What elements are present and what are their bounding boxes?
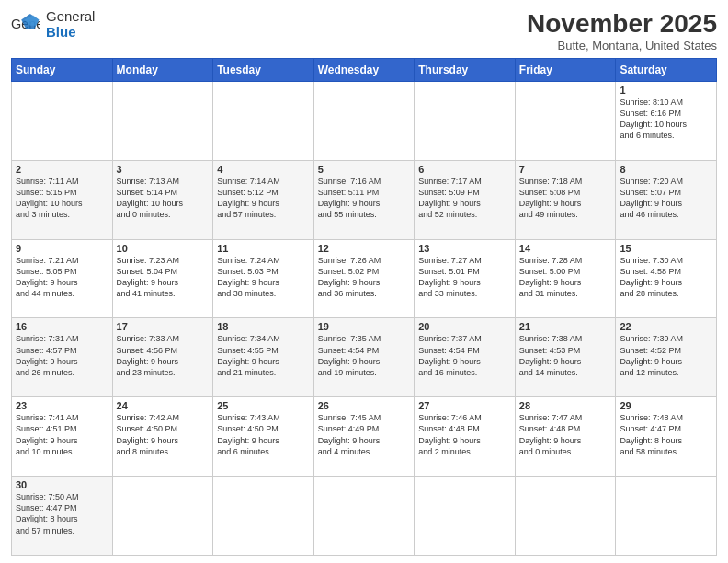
calendar-cell: [213, 477, 314, 556]
calendar-cell: 23Sunrise: 7:41 AM Sunset: 4:51 PM Dayli…: [12, 397, 113, 477]
month-title: November 2025: [527, 9, 717, 39]
week-row-5: 23Sunrise: 7:41 AM Sunset: 4:51 PM Dayli…: [12, 397, 717, 477]
day-number: 14: [519, 243, 612, 254]
day-number: 19: [318, 321, 411, 332]
calendar-cell: 14Sunrise: 7:28 AM Sunset: 5:00 PM Dayli…: [515, 239, 616, 318]
day-header-monday: Monday: [112, 59, 213, 82]
calendar-cell: 24Sunrise: 7:42 AM Sunset: 4:50 PM Dayli…: [112, 397, 213, 477]
day-info: Sunrise: 7:34 AM Sunset: 4:55 PM Dayligh…: [217, 333, 310, 378]
day-header-sunday: Sunday: [12, 59, 113, 82]
week-row-1: 1Sunrise: 8:10 AM Sunset: 6:16 PM Daylig…: [12, 82, 717, 161]
day-info: Sunrise: 7:11 AM Sunset: 5:15 PM Dayligh…: [16, 176, 108, 221]
day-header-tuesday: Tuesday: [213, 59, 314, 82]
day-number: 6: [418, 164, 511, 175]
day-info: Sunrise: 7:20 AM Sunset: 5:07 PM Dayligh…: [620, 176, 712, 221]
logo-blue: Blue: [46, 25, 95, 40]
calendar-cell: 22Sunrise: 7:39 AM Sunset: 4:52 PM Dayli…: [616, 318, 717, 397]
header: General General Blue November 2025 Butte…: [11, 9, 717, 52]
day-info: Sunrise: 8:10 AM Sunset: 6:16 PM Dayligh…: [620, 97, 712, 142]
calendar-cell: [515, 477, 616, 556]
day-info: Sunrise: 7:38 AM Sunset: 4:53 PM Dayligh…: [519, 333, 612, 378]
day-info: Sunrise: 7:39 AM Sunset: 4:52 PM Dayligh…: [620, 333, 712, 378]
calendar-cell: 17Sunrise: 7:33 AM Sunset: 4:56 PM Dayli…: [112, 318, 213, 397]
day-number: 4: [217, 164, 310, 175]
calendar-cell: 4Sunrise: 7:14 AM Sunset: 5:12 PM Daylig…: [213, 160, 314, 239]
page: General General Blue November 2025 Butte…: [0, 0, 728, 563]
day-number: 9: [16, 243, 108, 254]
logo: General General Blue: [11, 9, 95, 40]
day-number: 20: [418, 321, 511, 332]
day-info: Sunrise: 7:28 AM Sunset: 5:00 PM Dayligh…: [519, 255, 612, 300]
day-number: 29: [620, 400, 712, 411]
calendar-cell: [313, 82, 415, 161]
calendar-cell: [112, 477, 213, 556]
calendar-cell: 20Sunrise: 7:37 AM Sunset: 4:54 PM Dayli…: [415, 318, 516, 397]
day-number: 16: [16, 321, 108, 332]
calendar-cell: [616, 477, 717, 556]
day-info: Sunrise: 7:30 AM Sunset: 4:58 PM Dayligh…: [620, 255, 712, 300]
calendar-cell: 5Sunrise: 7:16 AM Sunset: 5:11 PM Daylig…: [313, 160, 415, 239]
calendar-cell: 8Sunrise: 7:20 AM Sunset: 5:07 PM Daylig…: [616, 160, 717, 239]
day-number: 11: [217, 243, 310, 254]
day-number: 26: [318, 400, 411, 411]
week-row-6: 30Sunrise: 7:50 AM Sunset: 4:47 PM Dayli…: [12, 477, 717, 556]
calendar-cell: 9Sunrise: 7:21 AM Sunset: 5:05 PM Daylig…: [12, 239, 113, 318]
week-row-3: 9Sunrise: 7:21 AM Sunset: 5:05 PM Daylig…: [12, 239, 717, 318]
calendar-cell: [415, 477, 516, 556]
day-info: Sunrise: 7:16 AM Sunset: 5:11 PM Dayligh…: [318, 176, 411, 221]
day-info: Sunrise: 7:50 AM Sunset: 4:47 PM Dayligh…: [16, 491, 108, 536]
day-number: 21: [519, 321, 612, 332]
day-info: Sunrise: 7:23 AM Sunset: 5:04 PM Dayligh…: [117, 255, 210, 300]
day-info: Sunrise: 7:31 AM Sunset: 4:57 PM Dayligh…: [16, 333, 108, 378]
day-number: 28: [519, 400, 612, 411]
day-header-friday: Friday: [515, 59, 616, 82]
calendar-cell: 13Sunrise: 7:27 AM Sunset: 5:01 PM Dayli…: [415, 239, 516, 318]
day-info: Sunrise: 7:42 AM Sunset: 4:50 PM Dayligh…: [117, 412, 210, 457]
header-row: SundayMondayTuesdayWednesdayThursdayFrid…: [12, 59, 717, 82]
day-number: 12: [318, 243, 411, 254]
calendar-cell: 28Sunrise: 7:47 AM Sunset: 4:48 PM Dayli…: [515, 397, 616, 477]
day-number: 15: [620, 243, 712, 254]
day-number: 5: [318, 164, 411, 175]
day-number: 25: [217, 400, 310, 411]
day-info: Sunrise: 7:35 AM Sunset: 4:54 PM Dayligh…: [318, 333, 411, 378]
day-info: Sunrise: 7:21 AM Sunset: 5:05 PM Dayligh…: [16, 255, 108, 300]
day-number: 8: [620, 164, 712, 175]
calendar-cell: 30Sunrise: 7:50 AM Sunset: 4:47 PM Dayli…: [12, 477, 113, 556]
day-number: 2: [16, 164, 108, 175]
day-info: Sunrise: 7:27 AM Sunset: 5:01 PM Dayligh…: [418, 255, 511, 300]
day-info: Sunrise: 7:26 AM Sunset: 5:02 PM Dayligh…: [318, 255, 411, 300]
calendar-cell: 27Sunrise: 7:46 AM Sunset: 4:48 PM Dayli…: [415, 397, 516, 477]
calendar-cell: [12, 82, 113, 161]
calendar-cell: 16Sunrise: 7:31 AM Sunset: 4:57 PM Dayli…: [12, 318, 113, 397]
calendar-cell: 18Sunrise: 7:34 AM Sunset: 4:55 PM Dayli…: [213, 318, 314, 397]
day-number: 27: [418, 400, 511, 411]
day-info: Sunrise: 7:47 AM Sunset: 4:48 PM Dayligh…: [519, 412, 612, 457]
week-row-2: 2Sunrise: 7:11 AM Sunset: 5:15 PM Daylig…: [12, 160, 717, 239]
calendar-cell: 29Sunrise: 7:48 AM Sunset: 4:47 PM Dayli…: [616, 397, 717, 477]
logo-general: General: [46, 9, 95, 25]
calendar-cell: 11Sunrise: 7:24 AM Sunset: 5:03 PM Dayli…: [213, 239, 314, 318]
calendar-cell: [112, 82, 213, 161]
day-header-thursday: Thursday: [415, 59, 516, 82]
calendar-cell: [313, 477, 415, 556]
day-number: 24: [117, 400, 210, 411]
calendar-cell: [515, 82, 616, 161]
logo-icon: General: [11, 12, 40, 38]
day-number: 23: [16, 400, 108, 411]
day-number: 1: [620, 85, 712, 96]
calendar-cell: 2Sunrise: 7:11 AM Sunset: 5:15 PM Daylig…: [12, 160, 113, 239]
day-number: 30: [16, 479, 108, 490]
day-number: 18: [217, 321, 310, 332]
day-info: Sunrise: 7:46 AM Sunset: 4:48 PM Dayligh…: [418, 412, 511, 457]
calendar-cell: 12Sunrise: 7:26 AM Sunset: 5:02 PM Dayli…: [313, 239, 415, 318]
day-info: Sunrise: 7:17 AM Sunset: 5:09 PM Dayligh…: [418, 176, 511, 221]
day-number: 17: [117, 321, 210, 332]
day-info: Sunrise: 7:18 AM Sunset: 5:08 PM Dayligh…: [519, 176, 612, 221]
calendar-cell: [213, 82, 314, 161]
day-number: 13: [418, 243, 511, 254]
day-number: 3: [117, 164, 210, 175]
week-row-4: 16Sunrise: 7:31 AM Sunset: 4:57 PM Dayli…: [12, 318, 717, 397]
location: Butte, Montana, United States: [527, 39, 717, 52]
calendar-cell: 26Sunrise: 7:45 AM Sunset: 4:49 PM Dayli…: [313, 397, 415, 477]
